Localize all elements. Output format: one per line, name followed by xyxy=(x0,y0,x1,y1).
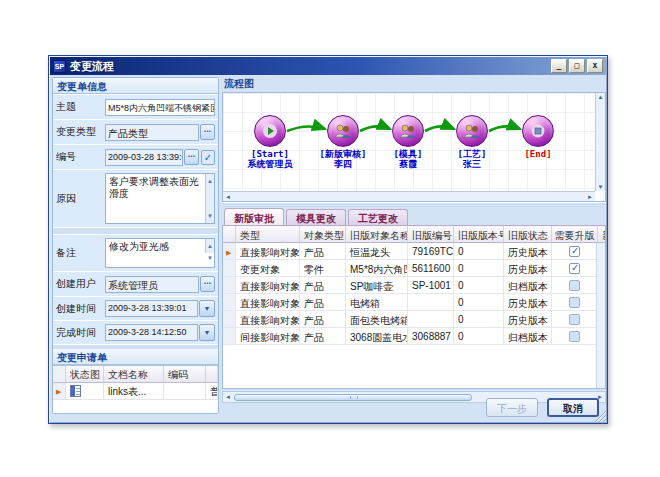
spin-up-icon[interactable]: ▲ xyxy=(207,240,213,252)
cell-oldname: 恒温龙头 xyxy=(346,243,408,260)
maximize-button[interactable]: □ xyxy=(569,59,585,73)
scroll-left-icon[interactable]: ◄ xyxy=(223,393,233,402)
upgrade-checkbox[interactable] xyxy=(569,280,580,291)
upgrade-checkbox[interactable] xyxy=(569,263,580,274)
row-indicator xyxy=(223,260,236,277)
title-bar[interactable]: SP 变更流程 _ □ x xyxy=(50,57,606,75)
flow-node-tag: [End] xyxy=(498,149,578,159)
scroll-down-icon[interactable]: ▼ xyxy=(207,210,213,222)
flow-node-start[interactable] xyxy=(254,115,286,147)
tab-bar: 新版审批 模具更改 工艺更改 xyxy=(222,208,606,226)
tab-craft-change[interactable]: 工艺更改 xyxy=(348,209,408,225)
row-indicator: ▶ xyxy=(53,383,66,400)
cell-oldstatus: 历史版本 xyxy=(504,294,552,311)
grid-col-oldver[interactable]: 旧版版本号 xyxy=(454,226,504,243)
cell-oldcode: 5611600 xyxy=(408,260,454,277)
scroll-up-icon[interactable]: ▲ xyxy=(598,94,604,100)
grid-row[interactable]: ▶ 直接影响对象 产品 恒温龙头 79169TC 0 历史版本 xyxy=(223,243,605,260)
field-row-change-type: 变更类型 产品类型 ... xyxy=(53,119,218,144)
request-col-status[interactable]: 状态图 xyxy=(66,366,104,383)
creator-browse-button[interactable]: ... xyxy=(200,276,215,292)
grid-col-oldstatus[interactable]: 旧版状态 xyxy=(504,226,552,243)
number-label: 编号 xyxy=(56,150,105,164)
grid-row[interactable]: 变更对象 零件 M5*8内六角凹... 5611600 0 历史版本 M5*8 xyxy=(223,260,605,277)
flow-vscrollbar[interactable]: ▲▼ xyxy=(595,93,605,191)
row-indicator xyxy=(223,328,236,345)
minimize-button[interactable]: _ xyxy=(551,59,567,73)
upgrade-checkbox[interactable] xyxy=(569,314,580,325)
request-col-docname[interactable]: 文档名称 xyxy=(104,366,164,383)
grid-row[interactable]: 间接影响对象 产品 3068圆盖电水壶 3068887 0 归档版本 xyxy=(223,328,605,345)
change-process-dialog: SP 变更流程 _ □ x 变更单信息 主题 M5*8内六角凹端不锈钢紧固螺钉 … xyxy=(48,55,608,424)
number-browse-button[interactable]: ... xyxy=(184,149,199,165)
grid-col-oldcode[interactable]: 旧版编号 xyxy=(408,226,454,243)
grid-vscrollbar[interactable] xyxy=(596,243,605,388)
cell-oldstatus: 历史版本 xyxy=(504,311,552,328)
scroll-down-icon[interactable]: ▼ xyxy=(598,184,604,190)
cell-objtype: 产品 xyxy=(300,294,346,311)
cell-upgrade xyxy=(552,294,598,311)
number-input[interactable]: 2009-03-28 13:39:01 xyxy=(105,149,183,166)
resize-grip[interactable] xyxy=(595,411,606,422)
request-col-code[interactable]: 编码 xyxy=(164,366,206,383)
finish-time-input[interactable]: 2009-3-28 14:12:50 xyxy=(105,324,198,341)
remark-spinner[interactable]: ▲▼ xyxy=(205,239,214,253)
flow-chart-canvas[interactable]: [Start] 系统管理员 [新版审核] 李四 xyxy=(222,92,606,202)
upgrade-checkbox[interactable] xyxy=(569,297,580,308)
flow-node-craft[interactable] xyxy=(456,115,488,147)
reason-scrollbar[interactable]: ▲▼ xyxy=(205,174,214,223)
field-row-create-time: 创建时间 2009-3-28 13:39:01 ▼ xyxy=(53,296,218,320)
finish-time-dropdown-icon[interactable]: ▼ xyxy=(199,324,215,341)
request-col-extra xyxy=(206,366,218,383)
grid-scroll-thumb[interactable] xyxy=(234,394,472,401)
flow-hscrollbar[interactable]: ◄► xyxy=(223,191,595,201)
cell-oldver: 0 xyxy=(454,260,504,277)
creator-input[interactable]: 系统管理员 xyxy=(105,276,199,293)
scroll-up-icon[interactable]: ▲ xyxy=(207,175,213,187)
tab-new-version-approval[interactable]: 新版审批 xyxy=(224,208,284,225)
grid-col-oldname[interactable]: 旧版对象名称 xyxy=(346,226,408,243)
grid-col-newname[interactable]: 新版 xyxy=(598,226,605,243)
tab-mold-change[interactable]: 模具更改 xyxy=(286,209,346,225)
grid-col-type[interactable]: 类型 xyxy=(236,226,300,243)
remark-textarea[interactable]: 修改为亚光感 ▲▼ xyxy=(105,238,215,268)
grid-col-objtype[interactable]: 对象类型 xyxy=(300,226,346,243)
close-button[interactable]: x xyxy=(587,59,603,73)
spin-down-icon[interactable]: ▼ xyxy=(207,252,213,264)
cell-upgrade xyxy=(552,260,598,277)
cell-oldver: 0 xyxy=(454,311,504,328)
reason-text: 客户要求调整表面光滑度 xyxy=(109,176,199,199)
flow-node-review[interactable] xyxy=(327,115,359,147)
cell-type: 直接影响对象 xyxy=(236,243,300,260)
cell-oldcode: 79169TC xyxy=(408,243,454,260)
create-time-dropdown-icon[interactable]: ▼ xyxy=(199,300,215,317)
cell-type: 间接影响对象 xyxy=(236,328,300,345)
grid-row[interactable]: 直接影响对象 产品 SP咖啡壶 SP-1001 0 归档版本 SP咖 xyxy=(223,277,605,294)
create-time-input[interactable]: 2009-3-28 13:39:01 xyxy=(105,300,198,317)
scroll-right-icon[interactable]: ► xyxy=(587,194,593,200)
next-step-button[interactable]: 下一步 xyxy=(486,398,538,417)
cell-oldver: 0 xyxy=(454,328,504,345)
flow-label-end: [End] xyxy=(498,149,578,159)
number-checkbox[interactable]: ✓ xyxy=(201,150,215,165)
cell-oldcode: 3068887 xyxy=(408,328,454,345)
request-row[interactable]: ▶ links表... 普 xyxy=(53,383,218,400)
upgrade-checkbox[interactable] xyxy=(569,246,580,257)
field-row-remark: 备注 修改为亚光感 ▲▼ xyxy=(53,234,218,271)
request-code-cell xyxy=(164,383,206,400)
flow-node-end[interactable] xyxy=(522,115,554,147)
flow-node-mold[interactable] xyxy=(392,115,424,147)
reason-textarea[interactable]: 客户要求调整表面光滑度 ▲▼ xyxy=(105,173,215,224)
request-header-row: 状态图 文档名称 编码 xyxy=(53,366,218,383)
grid-col-upgrade[interactable]: 需要升版 xyxy=(552,226,598,243)
scroll-left-icon[interactable]: ◄ xyxy=(225,194,231,200)
grid-row[interactable]: 直接影响对象 产品 电烤箱 0 历史版本 xyxy=(223,294,605,311)
app-icon: SP xyxy=(53,60,66,73)
change-type-input[interactable]: 产品类型 xyxy=(105,124,199,141)
upgrade-checkbox[interactable] xyxy=(569,331,580,342)
cancel-button[interactable]: 取消 xyxy=(547,398,599,417)
change-type-browse-button[interactable]: ... xyxy=(200,124,215,140)
subject-label: 主题 xyxy=(56,100,105,114)
subject-input[interactable]: M5*8内六角凹端不锈钢紧固螺钉 xyxy=(105,99,215,116)
grid-row[interactable]: 直接影响对象 产品 面包类电烤箱 0 历史版本 xyxy=(223,311,605,328)
